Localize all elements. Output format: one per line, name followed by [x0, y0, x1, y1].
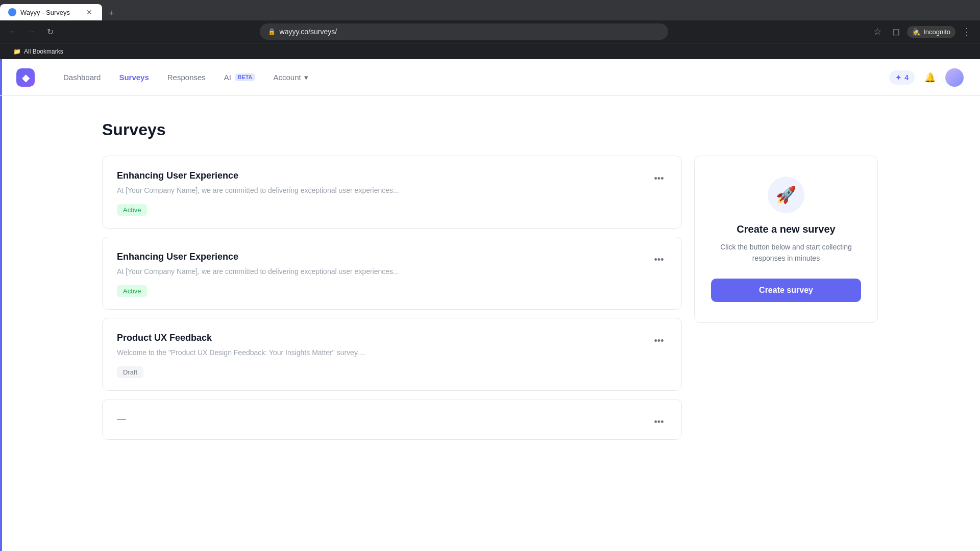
tab-title: Wayyy - Surveys	[20, 9, 81, 16]
survey-card-content: Product UX Feedback Welcome to the "Prod…	[117, 333, 365, 378]
nav-ai-label: AI	[224, 73, 231, 82]
nav-surveys[interactable]: Surveys	[111, 69, 157, 86]
logo-icon: ◆	[22, 71, 30, 84]
survey-card[interactable]: Enhancing User Experience At [Your Compa…	[102, 156, 682, 229]
survey-card-content: Enhancing User Experience At [Your Compa…	[117, 170, 399, 216]
survey-card-header: Enhancing User Experience At [Your Compa…	[117, 252, 667, 297]
account-label: Account	[273, 73, 301, 82]
navigation-bar: ◆ Dashboard Surveys Responses AI BETA Ac…	[0, 59, 980, 96]
surveys-list: Enhancing User Experience At [Your Compa…	[102, 156, 682, 440]
browser-chrome: Wayyy - Surveys ✕ + ← → ↻ 🔒 wayyy.co/sur…	[0, 0, 980, 59]
survey-status-badge: Active	[117, 204, 147, 216]
address-bar[interactable]: 🔒 wayyy.co/surveys/	[260, 23, 668, 40]
survey-card-partial[interactable]: — •••	[102, 399, 682, 440]
bookmark-all-bookmarks[interactable]: 📁 All Bookmarks	[8, 46, 68, 57]
survey-card-header: Product UX Feedback Welcome to the "Prod…	[117, 333, 667, 378]
new-tab-button[interactable]: +	[104, 6, 118, 20]
survey-description: Welcome to the "Product UX Design Feedba…	[117, 347, 365, 358]
tab-close-button[interactable]: ✕	[85, 8, 94, 17]
survey-title: Product UX Feedback	[117, 333, 365, 343]
survey-status-badge: Active	[117, 285, 147, 297]
tab-favicon	[8, 8, 16, 16]
active-tab[interactable]: Wayyy - Surveys ✕	[0, 4, 102, 20]
browser-actions: ☆ ◻ 🕵 Incognito ⋮	[870, 24, 974, 39]
survey-title: Enhancing User Experience	[117, 252, 399, 262]
survey-more-button[interactable]: •••	[651, 414, 667, 430]
page-title: Surveys	[102, 120, 878, 139]
survey-card-content: —	[117, 414, 126, 429]
survey-description: At [Your Company Name], we are committed…	[117, 266, 399, 277]
create-survey-button[interactable]: Create survey	[711, 279, 861, 302]
back-button[interactable]: ←	[6, 24, 20, 39]
nav-account[interactable]: Account ▾	[265, 69, 316, 86]
account-chevron-icon: ▾	[304, 73, 308, 82]
browser-tabs: Wayyy - Surveys ✕ +	[0, 0, 980, 20]
bookmarks-label: All Bookmarks	[24, 48, 63, 55]
app-logo[interactable]: ◆	[16, 68, 35, 87]
nav-right-actions: ✦ 4 🔔	[889, 68, 964, 87]
notifications-button[interactable]: 🔔	[921, 68, 939, 87]
survey-description: At [Your Company Name], we are committed…	[117, 185, 399, 196]
menu-button[interactable]: ⋮	[960, 24, 974, 39]
bell-icon: 🔔	[924, 72, 936, 83]
nav-responses[interactable]: Responses	[159, 69, 214, 86]
app-container: ◆ Dashboard Surveys Responses AI BETA Ac…	[0, 59, 980, 551]
forward-button[interactable]: →	[24, 24, 39, 39]
survey-more-button[interactable]: •••	[651, 252, 667, 268]
bookmarks-icon: 📁	[13, 48, 21, 55]
nav-ai[interactable]: AI BETA	[216, 69, 263, 86]
survey-title: —	[117, 414, 126, 424]
content-grid: Enhancing User Experience At [Your Compa…	[102, 156, 878, 440]
nav-links: Dashboard Surveys Responses AI BETA Acco…	[55, 69, 873, 86]
rocket-icon-container: 🚀	[768, 177, 804, 213]
reload-button[interactable]: ↻	[43, 24, 57, 39]
user-avatar[interactable]	[945, 68, 964, 87]
url-display: wayyy.co/surveys/	[280, 28, 337, 36]
survey-card[interactable]: Enhancing User Experience At [Your Compa…	[102, 237, 682, 310]
create-survey-panel: 🚀 Create a new survey Click the button b…	[694, 156, 878, 323]
nav-dashboard[interactable]: Dashboard	[55, 69, 109, 86]
survey-status-badge: Draft	[117, 366, 143, 378]
survey-card[interactable]: Product UX Feedback Welcome to the "Prod…	[102, 318, 682, 391]
survey-more-button[interactable]: •••	[651, 333, 667, 349]
survey-card-header: — •••	[117, 414, 667, 430]
avatar-image	[945, 68, 964, 87]
rocket-icon: 🚀	[776, 185, 796, 205]
left-accent-bar	[0, 59, 2, 551]
main-content: Surveys Enhancing User Experience At [Yo…	[0, 96, 980, 464]
survey-card-content: Enhancing User Experience At [Your Compa…	[117, 252, 399, 297]
survey-title: Enhancing User Experience	[117, 170, 399, 181]
credits-badge[interactable]: ✦ 4	[889, 70, 915, 85]
credits-star-icon: ✦	[895, 73, 901, 82]
survey-more-button[interactable]: •••	[651, 170, 667, 187]
bookmark-star-button[interactable]: ☆	[870, 24, 885, 39]
survey-card-header: Enhancing User Experience At [Your Compa…	[117, 170, 667, 216]
create-panel-description: Click the button below and start collect…	[711, 241, 861, 264]
lock-icon: 🔒	[268, 28, 276, 35]
create-panel-title: Create a new survey	[737, 223, 835, 235]
browser-toolbar: ← → ↻ 🔒 wayyy.co/surveys/ ☆ ◻ 🕵 Incognit…	[0, 20, 980, 43]
bookmarks-bar: 📁 All Bookmarks	[0, 43, 980, 59]
profile-button[interactable]: ◻	[889, 24, 903, 39]
incognito-badge[interactable]: 🕵 Incognito	[907, 26, 955, 38]
incognito-icon: 🕵	[912, 28, 920, 36]
credits-count: 4	[904, 73, 909, 82]
incognito-label: Incognito	[923, 28, 950, 36]
beta-badge: BETA	[235, 73, 255, 81]
